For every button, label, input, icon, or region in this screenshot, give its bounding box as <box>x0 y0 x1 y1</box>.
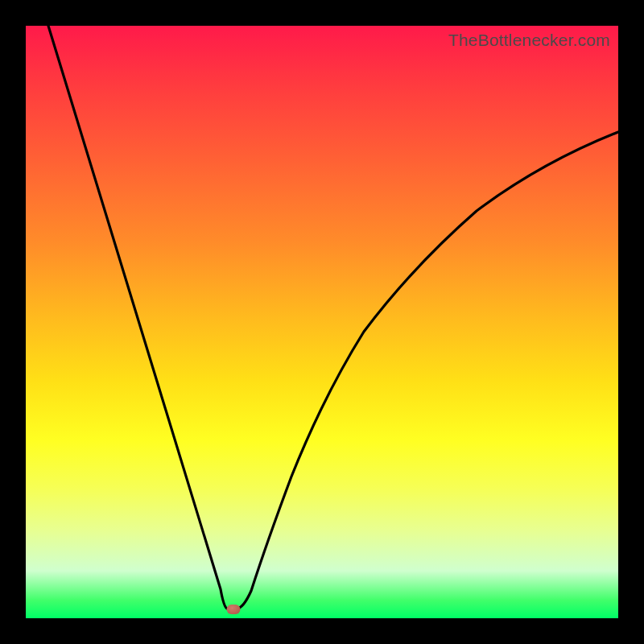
plot-area: TheBottlenecker.com <box>26 26 618 618</box>
watermark-text: TheBottlenecker.com <box>448 31 610 50</box>
optimum-marker <box>227 605 241 614</box>
curve-layer <box>26 26 618 618</box>
chart-frame: TheBottlenecker.com <box>0 0 644 644</box>
bottleneck-curve <box>48 26 618 609</box>
